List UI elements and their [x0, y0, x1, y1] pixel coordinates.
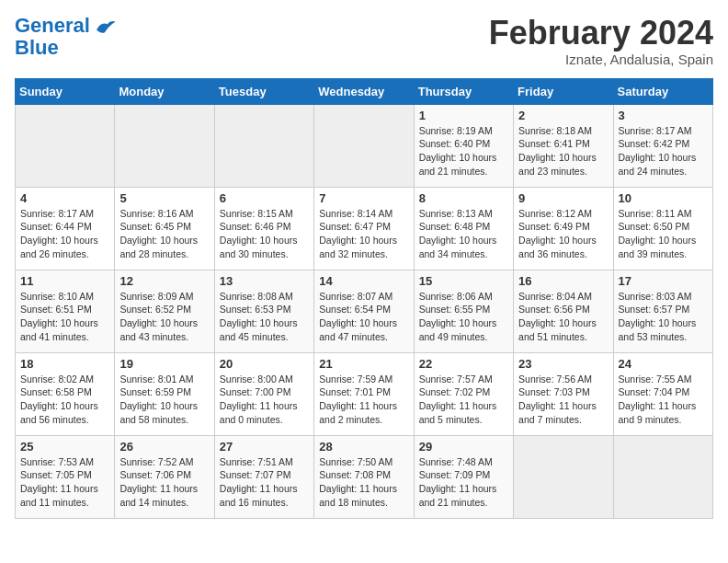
- day-cell-11: 11Sunrise: 8:10 AMSunset: 6:51 PMDayligh…: [16, 270, 115, 352]
- day-number: 9: [518, 191, 608, 205]
- day-cell-27: 27Sunrise: 7:51 AMSunset: 7:07 PMDayligh…: [214, 435, 313, 518]
- day-cell-23: 23Sunrise: 7:56 AMSunset: 7:03 PMDayligh…: [514, 352, 613, 435]
- logo-general: General: [15, 14, 90, 37]
- day-detail: Sunrise: 7:48 AMSunset: 7:09 PMDaylight:…: [419, 455, 508, 510]
- day-detail: Sunrise: 8:02 AMSunset: 6:58 PMDaylight:…: [20, 373, 109, 427]
- day-number: 3: [619, 109, 708, 122]
- day-cell-16: 16Sunrise: 8:04 AMSunset: 6:56 PMDayligh…: [514, 270, 613, 352]
- week-row-5: 25Sunrise: 7:53 AMSunset: 7:05 PMDayligh…: [16, 435, 713, 518]
- day-detail: Sunrise: 8:10 AMSunset: 6:51 PMDaylight:…: [20, 290, 109, 344]
- day-number: 2: [518, 109, 608, 122]
- weekday-header-tuesday: Tuesday: [214, 78, 313, 104]
- day-detail: Sunrise: 8:08 AMSunset: 6:53 PMDaylight:…: [220, 290, 309, 344]
- day-number: 15: [419, 274, 508, 288]
- day-detail: Sunrise: 8:14 AMSunset: 6:47 PMDaylight:…: [319, 207, 408, 261]
- day-number: 22: [419, 357, 508, 371]
- day-cell-25: 25Sunrise: 7:53 AMSunset: 7:05 PMDayligh…: [16, 435, 115, 518]
- day-detail: Sunrise: 7:53 AMSunset: 7:05 PMDaylight:…: [20, 455, 109, 510]
- day-detail: Sunrise: 7:52 AMSunset: 7:06 PMDaylight:…: [119, 455, 209, 510]
- day-detail: Sunrise: 8:18 AMSunset: 6:41 PMDaylight:…: [518, 124, 608, 178]
- day-cell-24: 24Sunrise: 7:55 AMSunset: 7:04 PMDayligh…: [613, 352, 712, 435]
- day-number: 11: [20, 274, 109, 288]
- day-number: 25: [20, 440, 109, 454]
- day-detail: Sunrise: 8:03 AMSunset: 6:57 PMDaylight:…: [619, 290, 708, 344]
- day-number: 19: [119, 357, 209, 371]
- weekday-header-monday: Monday: [115, 78, 214, 104]
- calendar-table: SundayMondayTuesdayWednesdayThursdayFrid…: [15, 78, 713, 519]
- day-detail: Sunrise: 8:19 AMSunset: 6:40 PMDaylight:…: [419, 124, 508, 178]
- day-detail: Sunrise: 8:12 AMSunset: 6:49 PMDaylight:…: [518, 207, 608, 261]
- empty-cell: [514, 435, 613, 518]
- day-number: 20: [220, 357, 309, 371]
- weekday-header-friday: Friday: [514, 78, 613, 104]
- day-cell-22: 22Sunrise: 7:57 AMSunset: 7:02 PMDayligh…: [414, 352, 513, 435]
- day-number: 13: [220, 274, 309, 288]
- weekday-header-wednesday: Wednesday: [314, 78, 414, 104]
- day-number: 16: [518, 274, 608, 288]
- day-detail: Sunrise: 7:56 AMSunset: 7:03 PMDaylight:…: [518, 373, 608, 427]
- day-detail: Sunrise: 7:55 AMSunset: 7:04 PMDaylight:…: [619, 373, 708, 427]
- day-number: 12: [119, 274, 209, 288]
- week-row-3: 11Sunrise: 8:10 AMSunset: 6:51 PMDayligh…: [16, 270, 713, 352]
- day-cell-10: 10Sunrise: 8:11 AMSunset: 6:50 PMDayligh…: [613, 187, 712, 270]
- day-number: 18: [20, 357, 109, 371]
- day-cell-8: 8Sunrise: 8:13 AMSunset: 6:48 PMDaylight…: [414, 187, 513, 270]
- day-cell-17: 17Sunrise: 8:03 AMSunset: 6:57 PMDayligh…: [613, 270, 712, 352]
- day-cell-2: 2Sunrise: 8:18 AMSunset: 6:41 PMDaylight…: [514, 104, 613, 187]
- day-detail: Sunrise: 7:59 AMSunset: 7:01 PMDaylight:…: [319, 373, 408, 427]
- day-cell-18: 18Sunrise: 8:02 AMSunset: 6:58 PMDayligh…: [16, 352, 115, 435]
- day-detail: Sunrise: 8:00 AMSunset: 7:00 PMDaylight:…: [220, 373, 309, 427]
- day-cell-6: 6Sunrise: 8:15 AMSunset: 6:46 PMDaylight…: [214, 187, 313, 270]
- weekday-header-saturday: Saturday: [613, 78, 712, 104]
- day-detail: Sunrise: 8:15 AMSunset: 6:46 PMDaylight:…: [220, 207, 309, 261]
- day-cell-13: 13Sunrise: 8:08 AMSunset: 6:53 PMDayligh…: [214, 270, 313, 352]
- day-detail: Sunrise: 8:16 AMSunset: 6:45 PMDaylight:…: [119, 207, 209, 261]
- day-cell-20: 20Sunrise: 8:00 AMSunset: 7:00 PMDayligh…: [214, 352, 313, 435]
- day-detail: Sunrise: 8:04 AMSunset: 6:56 PMDaylight:…: [518, 290, 608, 344]
- day-cell-21: 21Sunrise: 7:59 AMSunset: 7:01 PMDayligh…: [314, 352, 414, 435]
- empty-cell: [314, 104, 414, 187]
- day-cell-19: 19Sunrise: 8:01 AMSunset: 6:59 PMDayligh…: [115, 352, 214, 435]
- day-detail: Sunrise: 8:06 AMSunset: 6:55 PMDaylight:…: [419, 290, 508, 344]
- day-number: 17: [619, 274, 708, 288]
- day-detail: Sunrise: 8:07 AMSunset: 6:54 PMDaylight:…: [319, 290, 408, 344]
- month-title: February 2024: [489, 15, 713, 52]
- logo-blue-text: Blue: [15, 37, 59, 59]
- day-cell-28: 28Sunrise: 7:50 AMSunset: 7:08 PMDayligh…: [314, 435, 414, 518]
- day-number: 7: [319, 191, 408, 205]
- day-detail: Sunrise: 8:09 AMSunset: 6:52 PMDaylight:…: [119, 290, 209, 344]
- day-cell-5: 5Sunrise: 8:16 AMSunset: 6:45 PMDaylight…: [115, 187, 214, 270]
- day-cell-12: 12Sunrise: 8:09 AMSunset: 6:52 PMDayligh…: [115, 270, 214, 352]
- day-number: 4: [20, 191, 109, 205]
- day-cell-3: 3Sunrise: 8:17 AMSunset: 6:42 PMDaylight…: [613, 104, 712, 187]
- empty-cell: [214, 104, 313, 187]
- day-number: 28: [319, 440, 408, 454]
- empty-cell: [613, 435, 712, 518]
- day-number: 5: [119, 191, 209, 205]
- day-number: 1: [419, 109, 508, 122]
- logo-bird-icon: [92, 17, 118, 34]
- day-cell-4: 4Sunrise: 8:17 AMSunset: 6:44 PMDaylight…: [16, 187, 115, 270]
- day-number: 14: [319, 274, 408, 288]
- week-row-2: 4Sunrise: 8:17 AMSunset: 6:44 PMDaylight…: [16, 187, 713, 270]
- page-header: General Blue February 2024 Iznate, Andal…: [15, 15, 713, 67]
- day-number: 29: [419, 440, 508, 454]
- day-number: 6: [220, 191, 309, 205]
- day-number: 8: [419, 191, 508, 205]
- day-detail: Sunrise: 7:50 AMSunset: 7:08 PMDaylight:…: [319, 455, 408, 510]
- day-number: 21: [319, 357, 408, 371]
- day-detail: Sunrise: 7:51 AMSunset: 7:07 PMDaylight:…: [220, 455, 309, 510]
- empty-cell: [16, 104, 115, 187]
- day-cell-9: 9Sunrise: 8:12 AMSunset: 6:49 PMDaylight…: [514, 187, 613, 270]
- week-row-4: 18Sunrise: 8:02 AMSunset: 6:58 PMDayligh…: [16, 352, 713, 435]
- empty-cell: [115, 104, 214, 187]
- day-number: 23: [518, 357, 608, 371]
- day-cell-14: 14Sunrise: 8:07 AMSunset: 6:54 PMDayligh…: [314, 270, 414, 352]
- day-cell-26: 26Sunrise: 7:52 AMSunset: 7:06 PMDayligh…: [115, 435, 214, 518]
- day-detail: Sunrise: 7:57 AMSunset: 7:02 PMDaylight:…: [419, 373, 508, 427]
- day-detail: Sunrise: 8:17 AMSunset: 6:44 PMDaylight:…: [20, 207, 109, 261]
- day-cell-7: 7Sunrise: 8:14 AMSunset: 6:47 PMDaylight…: [314, 187, 414, 270]
- week-row-1: 1Sunrise: 8:19 AMSunset: 6:40 PMDaylight…: [16, 104, 713, 187]
- logo-text: General: [15, 15, 90, 37]
- weekday-header-thursday: Thursday: [414, 78, 513, 104]
